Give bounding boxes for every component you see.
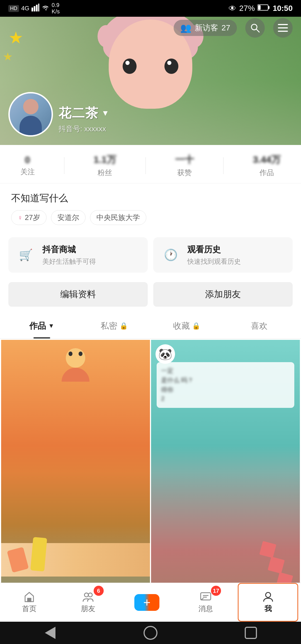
svg-point-14 [88,593,92,597]
nav-friends[interactable]: 6 朋友 [59,583,118,622]
stats-row: 0 关注 1.1万 粉丝 一十 获赞 3.44万 作品 [0,145,301,183]
svg-rect-2 [36,5,38,11]
video-thumb-draft[interactable]: 草稿 2 [1,340,150,604]
profile-icon [263,591,274,602]
video-thumb-normal[interactable]: 🐼 一定 是什么 吗？ 得你 2 ▶ 1万+ [151,340,300,604]
tab-works-arrow: ▼ [48,322,54,330]
history-card[interactable]: 🕐 观看历史 快速找到观看历史 [153,237,293,273]
tabs-row: 作品 ▼ 私密 🔒 收藏 🔒 喜欢 [0,313,301,339]
stat-followers[interactable]: 1.1万 粉丝 [94,153,116,178]
wifi-icon [42,4,49,13]
profile-buttons: 编辑资料 添加朋友 [0,279,301,313]
nav-profile-label: 我 [264,604,272,614]
tab-works-label: 作品 [29,320,46,332]
battery-percent: 27% [239,4,255,13]
tag-school[interactable]: 中央民族大学 [90,210,146,225]
tag-school-label: 中央民族大学 [96,213,140,222]
bottom-nav: 首页 6 朋友 + 17 消息 我 [0,583,301,622]
stat-likes-label: 获赞 [177,168,192,178]
nav-messages[interactable]: 17 消息 [176,583,235,622]
battery-icon [258,4,270,13]
edit-profile-button[interactable]: 编辑资料 [8,282,148,307]
chat-overlay: 一定 是什么 吗？ 得你 2 [157,362,294,408]
chat-line-4: 2 [161,395,290,402]
visitor-count: 27 [222,23,230,32]
stat-followers-number: 1.1万 [94,153,116,166]
nav-messages-label: 消息 [198,604,213,614]
history-card-text: 观看历史 快速找到观看历史 [187,244,241,266]
nav-friends-label: 朋友 [81,604,95,614]
tag-location[interactable]: 安道尔 [51,210,86,225]
history-subtitle: 快速找到观看历史 [187,257,241,266]
shop-subtitle: 美好生活触手可得 [42,257,96,266]
avatar-person [17,99,45,135]
search-button[interactable] [245,18,265,38]
star-decoration-2: ★ [3,50,13,63]
username-dropdown-arrow[interactable]: ▼ [101,109,109,118]
stat-works[interactable]: 3.44万 作品 [253,153,281,178]
profile-hero: ★ ★ 👥 新访客 27 [0,17,301,145]
home-icon [24,591,35,602]
tab-favorites-label: 收藏 [173,320,190,332]
visitor-label: 新访客 [195,23,218,33]
tags-row: ♀ 27岁 安道尔 中央民族大学 [11,210,290,225]
thumb-character [59,348,92,382]
shop-card[interactable]: 🛒 抖音商城 美好生活触手可得 [8,237,148,273]
plus-icon: + [143,595,151,609]
tab-likes[interactable]: 喜欢 [223,313,295,338]
stat-following-number: 0 [25,154,30,165]
stat-likes-number: 一十 [175,153,194,166]
svg-point-13 [84,593,88,597]
menu-button[interactable] [273,18,293,38]
username-area: 花二茶 ▼ 抖音号: xxxxxx [59,105,109,137]
visitor-badge[interactable]: 👥 新访客 27 [174,20,237,36]
add-friend-button[interactable]: 添加朋友 [153,282,293,307]
tag-age-label: 27岁 [25,213,40,222]
eye-left [123,59,137,74]
video-grid: 草稿 2 🐼 一定 是什么 吗？ 得你 2 ▶ 1万+ [0,339,301,606]
username-row: 花二茶 ▼ [59,105,109,122]
svg-rect-5 [268,6,270,9]
char-eyes [123,59,178,74]
shop-card-text: 抖音商城 美好生活触手可得 [42,244,96,266]
tab-works[interactable]: 作品 ▼ [6,313,78,338]
bio-section: 不知道写什么 ♀ 27岁 安道尔 中央民族大学 [0,183,301,231]
shop-title: 抖音商城 [42,244,96,255]
tag-age[interactable]: ♀ 27岁 [11,210,47,225]
back-button[interactable] [42,624,59,641]
create-button[interactable]: + [134,594,159,611]
stat-followers-label: 粉丝 [98,168,112,178]
svg-rect-1 [34,6,35,11]
stat-following[interactable]: 0 关注 [20,154,35,177]
nav-create[interactable]: + [118,583,176,622]
tab-favorites[interactable]: 收藏 🔒 [151,313,223,338]
stat-likes[interactable]: 一十 获赞 [175,153,194,178]
friends-badge: 6 [94,586,104,596]
hero-nav: 👥 新访客 27 [0,17,301,39]
history-icon: 🕐 [161,245,181,265]
home-system-icon [144,626,157,640]
thumb-panda-avatar: 🐼 [156,344,175,364]
recent-button[interactable] [242,624,259,641]
back-icon [45,627,55,639]
stat-divider-2 [145,157,146,174]
system-bar [0,622,301,644]
stat-works-label: 作品 [259,168,274,178]
status-bar: HD 4G 0.9K/s 👁 27% [0,0,301,17]
chat-line-1: 一定 [161,367,290,375]
svg-line-8 [256,29,259,32]
shop-icon: 🛒 [16,245,36,265]
messages-icon [200,591,211,602]
signal-bars [31,4,39,13]
nav-home[interactable]: 首页 [0,583,59,622]
tab-private[interactable]: 私密 🔒 [78,313,151,338]
friends-icon [82,591,94,602]
bio-text: 不知道写什么 [11,192,290,205]
avatar[interactable] [8,92,53,137]
nav-profile[interactable]: 我 [238,583,298,622]
stat-divider-1 [64,157,64,174]
messages-badge: 17 [211,586,221,596]
tab-favorites-lock: 🔒 [192,322,200,330]
svg-rect-6 [258,5,261,10]
home-button[interactable] [142,624,159,641]
